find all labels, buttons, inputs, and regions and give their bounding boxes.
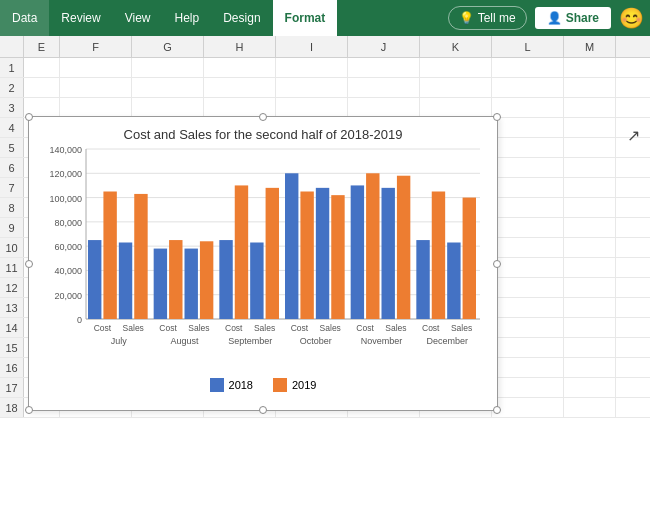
col-header-k[interactable]: K [420,36,492,57]
cell[interactable] [564,238,616,257]
cell[interactable] [492,98,564,117]
handle-tm[interactable] [259,113,267,121]
handle-tr[interactable] [493,113,501,121]
col-header-j[interactable]: J [348,36,420,57]
svg-rect-34 [250,243,263,320]
share-label: Share [566,11,599,25]
cell[interactable] [492,218,564,237]
handle-bm[interactable] [259,406,267,414]
cell[interactable] [564,298,616,317]
handle-tl[interactable] [25,113,33,121]
col-header-m[interactable]: M [564,36,616,57]
col-header-i[interactable]: I [276,36,348,57]
svg-rect-54 [432,192,445,320]
cell[interactable] [204,78,276,97]
svg-text:20,000: 20,000 [54,291,82,301]
cell[interactable] [204,58,276,77]
handle-br[interactable] [493,406,501,414]
svg-text:Sales: Sales [385,323,406,333]
svg-rect-56 [463,198,476,319]
svg-text:December: December [426,336,468,346]
cell[interactable] [492,78,564,97]
cell[interactable] [24,78,60,97]
lightbulb-icon: 💡 [459,11,474,25]
cell[interactable] [348,78,420,97]
cell[interactable] [24,58,60,77]
svg-rect-39 [285,173,298,319]
cell[interactable] [564,318,616,337]
cell[interactable] [564,398,616,417]
col-header-h[interactable]: H [204,36,276,57]
cell[interactable] [564,358,616,377]
cell[interactable] [564,198,616,217]
cell[interactable] [492,318,564,337]
tell-me-box[interactable]: 💡 Tell me [448,6,527,30]
tab-design[interactable]: Design [211,0,272,36]
cell[interactable] [564,278,616,297]
cell[interactable] [348,98,420,117]
cell[interactable] [492,258,564,277]
cell[interactable] [492,58,564,77]
legend-color-2019 [273,378,287,392]
cell[interactable] [276,58,348,77]
cell[interactable] [492,158,564,177]
cell[interactable] [564,378,616,397]
cell[interactable] [420,98,492,117]
handle-ml[interactable] [25,260,33,268]
tab-format[interactable]: Format [273,0,338,36]
tab-view[interactable]: View [113,0,163,36]
cell[interactable] [276,98,348,117]
cell[interactable] [492,178,564,197]
svg-text:Sales: Sales [254,323,275,333]
svg-rect-20 [119,243,132,320]
svg-text:August: August [170,336,199,346]
col-header-l[interactable]: L [492,36,564,57]
legend-color-2018 [210,378,224,392]
cell[interactable] [492,198,564,217]
chart-container[interactable]: Cost and Sales for the second half of 20… [28,116,498,411]
col-header-f[interactable]: F [60,36,132,57]
col-header-e[interactable]: E [24,36,60,57]
cell[interactable] [564,158,616,177]
col-header-g[interactable]: G [132,36,204,57]
cell[interactable] [564,258,616,277]
cell[interactable] [492,358,564,377]
handle-mr[interactable] [493,260,501,268]
cell[interactable] [492,138,564,157]
cell[interactable] [492,298,564,317]
svg-text:Cost: Cost [225,323,243,333]
cell[interactable] [492,338,564,357]
cell[interactable] [564,218,616,237]
cell[interactable] [132,98,204,117]
cell[interactable] [564,118,616,137]
svg-rect-47 [366,173,379,319]
tab-review[interactable]: Review [49,0,112,36]
cell[interactable] [420,78,492,97]
cell[interactable] [492,118,564,137]
cell[interactable] [564,178,616,197]
tab-data[interactable]: Data [0,0,49,36]
column-headers: EFGHIJKLM [0,36,650,58]
cell[interactable] [420,58,492,77]
grid-row-1: 1 [0,58,650,78]
cell[interactable] [132,58,204,77]
cell[interactable] [492,278,564,297]
handle-bl[interactable] [25,406,33,414]
share-button[interactable]: 👤 Share [535,7,611,29]
cell[interactable] [348,58,420,77]
cell[interactable] [492,378,564,397]
cell[interactable] [564,78,616,97]
cell[interactable] [564,58,616,77]
cell[interactable] [60,78,132,97]
svg-rect-18 [88,240,101,319]
cell[interactable] [60,58,132,77]
cell[interactable] [132,78,204,97]
cell[interactable] [564,338,616,357]
cell[interactable] [564,138,616,157]
tab-help[interactable]: Help [163,0,212,36]
cell[interactable] [564,98,616,117]
cell[interactable] [276,78,348,97]
cell[interactable] [60,98,132,117]
cell[interactable] [492,238,564,257]
cell[interactable] [492,398,564,417]
